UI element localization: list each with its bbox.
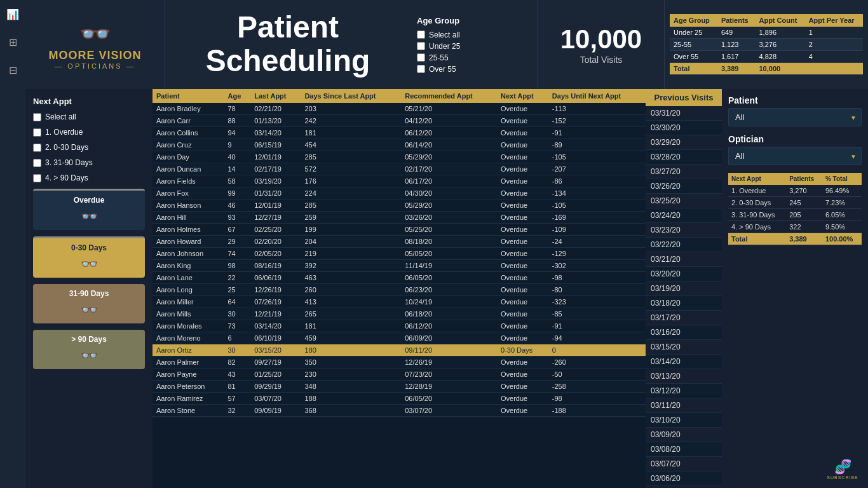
cb-3190[interactable] bbox=[33, 159, 41, 167]
prev-visit-item[interactable]: 03/08/20 bbox=[646, 442, 722, 457]
prev-visit-item[interactable]: 03/11/20 bbox=[646, 398, 722, 413]
prev-visit-item[interactable]: 03/28/20 bbox=[646, 150, 722, 165]
table-row[interactable]: Aaron Mills3012/21/1926506/18/20Overdue-… bbox=[153, 308, 646, 320]
prev-visit-item[interactable]: 03/13/20 bbox=[646, 369, 722, 384]
table-row[interactable]: Aaron Fields5803/19/2017606/17/20Overdue… bbox=[153, 175, 646, 187]
checkbox-under-25[interactable] bbox=[417, 42, 425, 50]
patient-dropdown[interactable]: All bbox=[728, 108, 862, 126]
cb-select-all[interactable] bbox=[33, 113, 41, 121]
table-row[interactable]: Aaron Long2512/26/1926006/23/20Overdue-8… bbox=[153, 284, 646, 296]
filter-over-55[interactable]: Over 55 bbox=[417, 65, 531, 74]
th-patient: Patient bbox=[153, 89, 224, 103]
table-row[interactable]: Aaron Lane2206/06/1946306/05/20Overdue-9… bbox=[153, 272, 646, 284]
age-table-row: 25-551,1233,2762 bbox=[670, 39, 863, 51]
th-days-since: Days Since Last Appt bbox=[301, 89, 401, 103]
nav-icon-grid[interactable]: ⊞ bbox=[4, 33, 22, 51]
prev-visit-item[interactable]: 03/17/20 bbox=[646, 311, 722, 325]
prev-visit-item[interactable]: 03/12/20 bbox=[646, 384, 722, 398]
nav-icon-chart[interactable]: 📊 bbox=[4, 5, 22, 23]
table-scroll[interactable]: Patient Age Last Appt Days Since Last Ap… bbox=[153, 89, 646, 458]
cb-90plus[interactable] bbox=[33, 174, 41, 182]
table-row[interactable]: Aaron Palmer8209/27/1935012/26/19Overdue… bbox=[153, 356, 646, 369]
prev-visit-item[interactable]: 03/06/20 bbox=[646, 471, 722, 486]
filter-25-55[interactable]: 25-55 bbox=[417, 53, 531, 62]
category-3190[interactable]: 31-90 Days 👓 bbox=[33, 284, 145, 323]
prev-visit-item[interactable]: 03/07/20 bbox=[646, 457, 722, 471]
prev-visit-item[interactable]: 03/23/20 bbox=[646, 223, 722, 238]
filter-select-all[interactable]: Select all bbox=[417, 30, 531, 39]
table-row[interactable]: Aaron Moreno606/10/1945906/09/20Overdue-… bbox=[153, 332, 646, 344]
table-row[interactable]: Aaron Peterson8109/29/1934812/28/19Overd… bbox=[153, 381, 646, 393]
header: 👓 MOORE VISION — OPTICIANS — Patient Sch… bbox=[25, 0, 868, 89]
logo-area: 👓 MOORE VISION — OPTICIANS — bbox=[25, 0, 165, 89]
prev-visit-item[interactable]: 03/18/20 bbox=[646, 296, 722, 311]
next-appt-row: Total3,389100.00% bbox=[728, 233, 862, 245]
prev-visit-item[interactable]: 03/10/20 bbox=[646, 413, 722, 428]
prev-visit-item[interactable]: 03/09/20 bbox=[646, 428, 722, 442]
filter-opt-select-all[interactable]: Select all bbox=[33, 112, 145, 121]
col-appt-count: Appt Count bbox=[755, 14, 804, 27]
table-row[interactable]: Aaron King9808/16/1939211/14/19Overdue-3… bbox=[153, 260, 646, 272]
category-90plus[interactable]: > 90 Days 👓 bbox=[33, 330, 145, 369]
prev-visit-item[interactable]: 03/15/20 bbox=[646, 340, 722, 355]
th-next-appt-pct: % Total bbox=[822, 173, 862, 185]
prev-visit-item[interactable]: 03/25/20 bbox=[646, 194, 722, 208]
filter-under-25[interactable]: Under 25 bbox=[417, 42, 531, 51]
table-row[interactable]: Aaron Bradley7802/21/2020305/21/20Overdu… bbox=[153, 103, 646, 115]
dna-icon: 🧬 bbox=[834, 459, 851, 475]
prev-visit-item[interactable]: 03/20/20 bbox=[646, 267, 722, 281]
prev-visit-item[interactable]: 03/14/20 bbox=[646, 355, 722, 369]
table-row[interactable]: Aaron Morales7303/14/2018106/12/20Overdu… bbox=[153, 320, 646, 332]
checkbox-25-55[interactable] bbox=[417, 53, 425, 62]
prev-visits-panel: Previous Visits 03/31/2003/30/2003/29/20… bbox=[646, 89, 722, 488]
prev-visit-item[interactable]: 03/19/20 bbox=[646, 281, 722, 296]
category-overdue[interactable]: Overdue 👓 bbox=[33, 189, 145, 230]
filter-opt-3190[interactable]: 3. 31-90 Days bbox=[33, 158, 145, 167]
page-title: Patient Scheduling bbox=[206, 11, 370, 78]
table-row[interactable]: Aaron Payne4301/25/2023007/23/20Overdue-… bbox=[153, 369, 646, 381]
checkbox-select-all[interactable] bbox=[417, 30, 425, 39]
table-row[interactable]: Aaron Carr8801/13/2024204/12/20Overdue-1… bbox=[153, 115, 646, 127]
table-row[interactable]: Aaron Ortiz3003/15/2018009/11/200-30 Day… bbox=[153, 344, 646, 356]
table-row[interactable]: Aaron Collins9403/14/2018106/12/20Overdu… bbox=[153, 127, 646, 139]
cb-overdue[interactable] bbox=[33, 128, 41, 137]
next-appt-row: 2. 0-30 Days2457.23% bbox=[728, 197, 862, 209]
nav-icon-layers[interactable]: ⊟ bbox=[4, 61, 22, 79]
prev-visit-item[interactable]: 03/29/20 bbox=[646, 135, 722, 150]
category-030[interactable]: 0-30 Days 👓 bbox=[33, 236, 145, 278]
prev-visit-item[interactable]: 03/26/20 bbox=[646, 179, 722, 194]
table-row[interactable]: Aaron Day4012/01/1928505/29/20Overdue-10… bbox=[153, 151, 646, 163]
prev-visit-item[interactable]: 03/24/20 bbox=[646, 208, 722, 223]
table-row[interactable]: Aaron Ramirez5703/07/2018806/05/20Overdu… bbox=[153, 393, 646, 405]
table-row[interactable]: Aaron Holmes6702/25/2019905/25/20Overdue… bbox=[153, 224, 646, 236]
prev-visit-item[interactable]: 03/30/20 bbox=[646, 121, 722, 135]
next-appt-summary-table: Next Appt Patients % Total 1. Overdue3,2… bbox=[728, 173, 862, 245]
prev-visit-item[interactable]: 03/22/20 bbox=[646, 238, 722, 252]
title-area: Patient Scheduling bbox=[165, 11, 410, 78]
col-patients: Patients bbox=[717, 14, 756, 27]
total-visits-label: Total Visits bbox=[580, 55, 623, 65]
filter-opt-overdue[interactable]: 1. Overdue bbox=[33, 128, 145, 137]
optician-dropdown[interactable]: All bbox=[728, 147, 862, 165]
table-row[interactable]: Aaron Hill9312/27/1925903/26/20Overdue-1… bbox=[153, 212, 646, 224]
prev-visits-list[interactable]: 03/31/2003/30/2003/29/2003/28/2003/27/20… bbox=[646, 106, 722, 488]
logo-name: MOORE VISION bbox=[48, 49, 141, 62]
table-row[interactable]: Aaron Cruz906/15/1945406/14/20Overdue-89 bbox=[153, 139, 646, 151]
prev-visit-item[interactable]: 03/21/20 bbox=[646, 252, 722, 267]
cb-030[interactable] bbox=[33, 144, 41, 152]
table-row[interactable]: Aaron Johnson7402/05/2021905/05/20Overdu… bbox=[153, 248, 646, 260]
prev-visit-item[interactable]: 03/16/20 bbox=[646, 325, 722, 340]
filter-opt-030[interactable]: 2. 0-30 Days bbox=[33, 143, 145, 152]
table-row[interactable]: Aaron Stone3209/09/1936803/07/20Overdue-… bbox=[153, 405, 646, 417]
table-row[interactable]: Aaron Duncan1402/17/1957202/17/20Overdue… bbox=[153, 163, 646, 175]
table-row[interactable]: Aaron Miller6407/26/1941310/24/19Overdue… bbox=[153, 296, 646, 308]
prev-visit-item[interactable]: 03/27/20 bbox=[646, 165, 722, 179]
right-panel: Patient All Optician All Next Appt Pa bbox=[722, 89, 868, 488]
table-row[interactable]: Aaron Hanson4612/01/1928505/29/20Overdue… bbox=[153, 200, 646, 212]
table-row[interactable]: Aaron Howard2902/20/2020408/18/20Overdue… bbox=[153, 236, 646, 248]
filter-opt-90plus[interactable]: 4. > 90 Days bbox=[33, 173, 145, 182]
table-row[interactable]: Aaron Fox9901/31/2022404/30/20Overdue-13… bbox=[153, 187, 646, 200]
prev-visit-item[interactable]: 03/31/20 bbox=[646, 106, 722, 121]
th-last-appt: Last Appt bbox=[250, 89, 301, 103]
checkbox-over-55[interactable] bbox=[417, 65, 425, 73]
